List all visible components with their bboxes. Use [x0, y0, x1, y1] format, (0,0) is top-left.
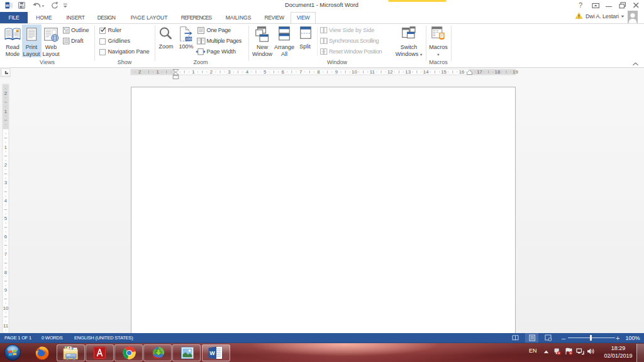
- svg-text:5: 5: [4, 216, 8, 221]
- svg-text:3: 3: [228, 69, 230, 75]
- svg-text:8: 8: [317, 69, 319, 75]
- svg-text:18: 18: [495, 69, 501, 75]
- svg-text:1: 1: [156, 69, 158, 75]
- svg-text:10: 10: [352, 69, 357, 75]
- svg-text:15: 15: [441, 69, 447, 75]
- svg-text:19: 19: [513, 69, 518, 75]
- svg-text:16: 16: [459, 69, 465, 75]
- svg-text:11: 11: [370, 69, 375, 75]
- svg-text:13: 13: [405, 69, 411, 75]
- svg-text:11: 11: [3, 323, 8, 329]
- svg-text:6: 6: [4, 234, 7, 239]
- svg-text:2: 2: [138, 69, 141, 75]
- svg-text:14: 14: [423, 69, 429, 75]
- svg-text:3: 3: [4, 180, 7, 185]
- svg-text:4: 4: [4, 198, 8, 204]
- svg-text:17: 17: [477, 69, 482, 75]
- svg-text:9: 9: [4, 287, 7, 293]
- svg-text:12: 12: [387, 69, 393, 75]
- svg-text:10: 10: [3, 305, 9, 311]
- svg-text:6: 6: [281, 69, 284, 75]
- svg-text:8: 8: [4, 270, 7, 275]
- svg-text:w: w: [5, 3, 9, 8]
- svg-text:2: 2: [4, 162, 7, 168]
- svg-text:2: 2: [4, 90, 7, 96]
- svg-text:1: 1: [4, 145, 7, 150]
- svg-text:2: 2: [210, 69, 213, 75]
- svg-text:5: 5: [264, 69, 267, 75]
- svg-text:1: 1: [4, 109, 7, 114]
- svg-text:7: 7: [4, 251, 7, 257]
- svg-text:1: 1: [192, 69, 194, 75]
- svg-text:9: 9: [335, 69, 338, 75]
- svg-text:W: W: [209, 350, 215, 356]
- svg-text:4: 4: [246, 69, 249, 75]
- svg-text:7: 7: [299, 69, 302, 75]
